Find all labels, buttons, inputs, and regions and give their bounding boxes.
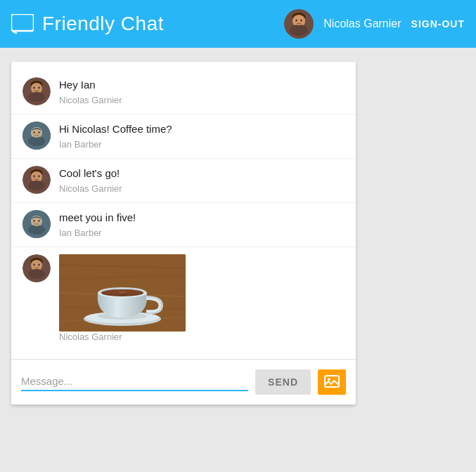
svg-point-19 xyxy=(38,131,39,133)
svg-point-13 xyxy=(38,87,39,89)
header-left: Friendly Chat xyxy=(11,13,164,35)
message-body: Hi Nicolas! Coffee time? Ian Barber xyxy=(59,122,345,155)
message-body: meet you in five! Ian Barber xyxy=(59,210,345,244)
message-text: Cool let's go! xyxy=(59,166,345,181)
svg-point-22 xyxy=(28,181,45,190)
user-avatar xyxy=(284,9,314,39)
svg-point-16 xyxy=(28,136,45,146)
message-item: Hey Ian Nicolas Garnier xyxy=(11,70,356,114)
message-author: Ian Barber xyxy=(59,139,345,150)
svg-point-8 xyxy=(301,20,302,22)
header-right: Nicolas Garnier SIGN-OUT xyxy=(284,9,465,39)
message-text: Hey Ian xyxy=(59,77,345,92)
avatar-ng xyxy=(22,254,51,282)
message-author: Nicolas Garnier xyxy=(59,95,345,105)
message-author: Nicolas Garnier xyxy=(59,183,345,194)
chat-icon xyxy=(11,14,34,34)
message-body: Cool let's go! Nicolas Garnier xyxy=(59,166,345,199)
svg-point-24 xyxy=(38,176,39,178)
input-row: SEND xyxy=(21,369,346,395)
avatar-ib xyxy=(22,122,51,150)
svg-point-33 xyxy=(28,269,45,279)
avatar-ng xyxy=(22,166,51,194)
input-area: SEND xyxy=(11,359,356,405)
input-underline xyxy=(21,390,248,391)
svg-rect-49 xyxy=(325,376,339,387)
message-body: Hey Ian Nicolas Garnier xyxy=(59,77,345,111)
input-field-wrap xyxy=(21,374,248,391)
svg-point-5 xyxy=(290,25,308,36)
avatar-ng xyxy=(22,77,51,105)
main-content: Hey Ian Nicolas Garnier xyxy=(0,48,476,472)
app-header: Friendly Chat Nicolas Garnier SIGN-OUT xyxy=(0,0,476,48)
avatar-ib xyxy=(22,210,51,238)
svg-rect-0 xyxy=(11,14,34,31)
image-upload-button[interactable] xyxy=(318,369,346,395)
message-item: meet you in five! Ian Barber xyxy=(11,203,356,247)
message-text: meet you in five! xyxy=(59,210,345,225)
coffee-image xyxy=(59,254,186,332)
message-author: Ian Barber xyxy=(59,228,345,238)
message-body: Nicolas Garnier xyxy=(59,254,345,348)
message-item: Hi Nicolas! Coffee time? Ian Barber xyxy=(11,114,356,159)
app-title: Friendly Chat xyxy=(42,13,164,35)
svg-point-18 xyxy=(33,131,34,133)
svg-point-35 xyxy=(38,264,39,266)
messages-list: Hey Ian Nicolas Garnier xyxy=(11,62,356,359)
svg-point-27 xyxy=(28,225,45,235)
svg-point-29 xyxy=(33,220,34,222)
message-author: Nicolas Garnier xyxy=(59,332,345,342)
send-button[interactable]: SEND xyxy=(255,369,311,395)
sign-out-button[interactable]: SIGN-OUT xyxy=(411,18,465,29)
header-username: Nicolas Garnier xyxy=(323,18,401,30)
svg-point-30 xyxy=(38,220,39,222)
message-item: Nicolas Garnier xyxy=(11,247,356,350)
message-input[interactable] xyxy=(21,374,248,388)
message-text: Hi Nicolas! Coffee time? xyxy=(59,122,345,136)
svg-point-50 xyxy=(328,378,330,381)
chat-card: Hey Ian Nicolas Garnier xyxy=(11,62,356,405)
image-icon xyxy=(324,375,340,389)
message-item: Cool let's go! Nicolas Garnier xyxy=(11,159,356,203)
svg-point-34 xyxy=(33,264,34,266)
svg-point-12 xyxy=(33,87,34,89)
svg-point-23 xyxy=(33,176,34,178)
svg-point-11 xyxy=(28,92,45,102)
svg-point-7 xyxy=(296,20,297,22)
